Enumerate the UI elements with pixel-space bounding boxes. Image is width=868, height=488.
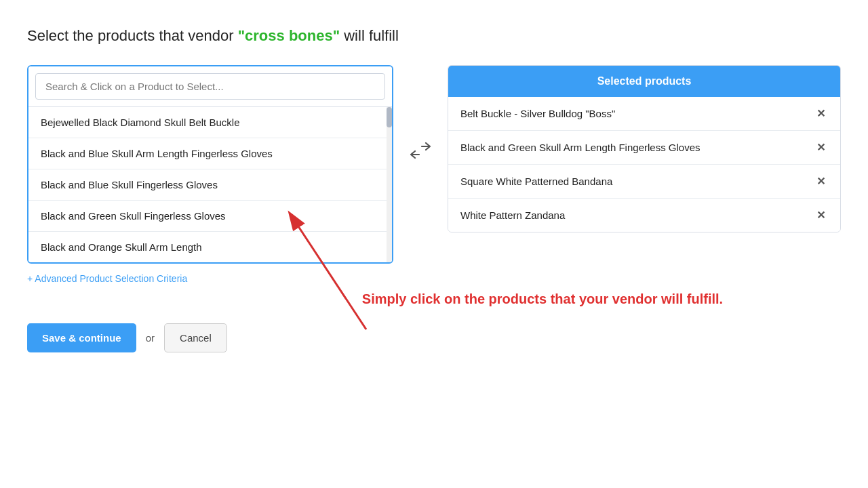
search-wrapper bbox=[28, 66, 392, 107]
selected-list: Belt Buckle - Silver Bulldog "Boss"✕Blac… bbox=[448, 97, 840, 232]
selected-item-text: White Pattern Zandana bbox=[460, 208, 807, 222]
cancel-button[interactable]: Cancel bbox=[164, 323, 227, 352]
product-list-item[interactable]: Black and Blue Skull Arm Length Fingerle… bbox=[28, 138, 392, 169]
remove-item-button[interactable]: ✕ bbox=[814, 209, 828, 222]
scrollbar-track bbox=[387, 107, 392, 262]
title-suffix: will fulfill bbox=[340, 27, 399, 44]
cancel-label: Cancel bbox=[180, 332, 212, 344]
advanced-criteria-link[interactable]: + Advanced Product Selection Criteria bbox=[27, 273, 187, 284]
selected-item-text: Square White Patterned Bandana bbox=[460, 174, 807, 188]
advanced-criteria-text: + Advanced Product Selection Criteria bbox=[27, 273, 187, 284]
save-button[interactable]: Save & continue bbox=[27, 323, 136, 352]
hint-text-content: Simply click on the products that your v… bbox=[362, 291, 723, 306]
scrollbar-thumb bbox=[387, 107, 392, 127]
hint-text: Simply click on the products that your v… bbox=[244, 291, 841, 307]
selected-products-header: Selected products bbox=[448, 66, 840, 97]
transfer-icon bbox=[393, 141, 448, 161]
selected-list-item: Black and Green Skull Arm Length Fingerl… bbox=[448, 131, 840, 165]
title-prefix: Select the products that vendor bbox=[27, 27, 238, 44]
remove-item-button[interactable]: ✕ bbox=[814, 141, 828, 154]
or-separator: or bbox=[146, 332, 155, 344]
search-input[interactable] bbox=[35, 73, 385, 100]
product-list-item[interactable]: Black and Orange Skull Arm Length bbox=[28, 232, 392, 262]
selected-list-item: Square White Patterned Bandana✕ bbox=[448, 165, 840, 199]
remove-item-button[interactable]: ✕ bbox=[814, 107, 828, 120]
selected-item-text: Belt Buckle - Silver Bulldog "Boss" bbox=[460, 106, 807, 121]
selected-item-text: Black and Green Skull Arm Length Fingerl… bbox=[460, 140, 807, 155]
left-panel: Bejewelled Black Diamond Skull Belt Buck… bbox=[27, 65, 393, 264]
bottom-actions: Save & continue or Cancel bbox=[27, 323, 841, 352]
page-title: Select the products that vendor "cross b… bbox=[27, 27, 841, 45]
selected-list-item: White Pattern Zandana✕ bbox=[448, 199, 840, 232]
product-list-item[interactable]: Black and Blue Skull Fingerless Gloves bbox=[28, 169, 392, 201]
selected-list-item: Belt Buckle - Silver Bulldog "Boss"✕ bbox=[448, 97, 840, 131]
main-area: Bejewelled Black Diamond Skull Belt Buck… bbox=[27, 65, 841, 264]
product-list-item[interactable]: Bejewelled Black Diamond Skull Belt Buck… bbox=[28, 107, 392, 138]
product-list-container: Bejewelled Black Diamond Skull Belt Buck… bbox=[28, 107, 392, 262]
selected-products-title: Selected products bbox=[597, 75, 692, 87]
remove-item-button[interactable]: ✕ bbox=[814, 175, 828, 188]
product-list-item[interactable]: Black and Green Skull Fingerless Gloves bbox=[28, 201, 392, 232]
product-list: Bejewelled Black Diamond Skull Belt Buck… bbox=[28, 107, 392, 262]
vendor-name: "cross bones" bbox=[238, 27, 340, 44]
save-label: Save & continue bbox=[42, 332, 121, 344]
right-panel: Selected products Belt Buckle - Silver B… bbox=[448, 65, 841, 232]
